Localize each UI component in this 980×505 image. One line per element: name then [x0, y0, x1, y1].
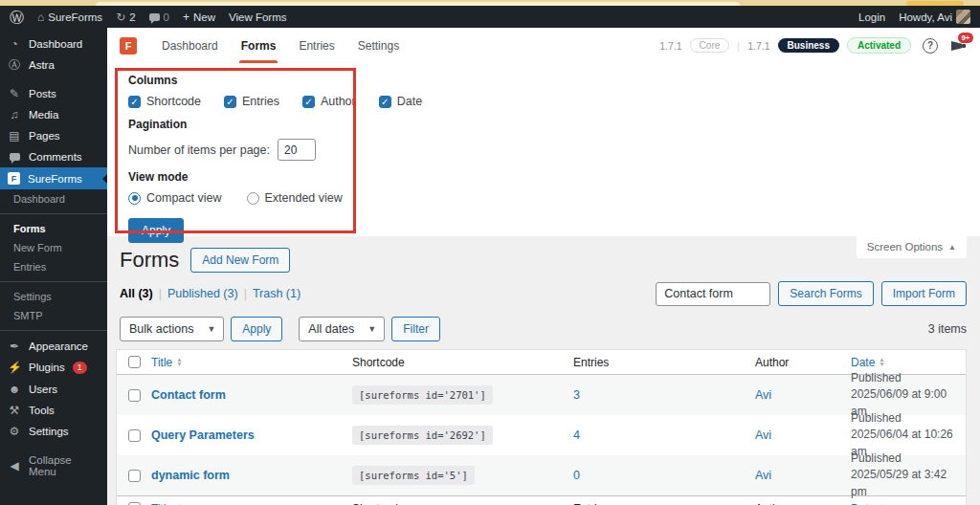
author-link[interactable]: Avi — [755, 469, 771, 482]
plus-icon: + — [183, 11, 189, 23]
filter-button[interactable]: Filter — [391, 317, 440, 341]
browser-chrome-strip — [0, 0, 980, 6]
astra-icon: Ⓐ — [8, 59, 21, 71]
sidebar-item-media[interactable]: ♫Media — [0, 104, 107, 125]
pages-icon: ▤ — [8, 130, 21, 142]
author-link[interactable]: Avi — [755, 428, 771, 442]
filter-published-link[interactable]: Published (3) — [167, 287, 238, 300]
sidebar-subitem-entries[interactable]: Entries — [0, 257, 107, 276]
tab-entries[interactable]: Entries — [287, 28, 345, 63]
sort-by-date[interactable]: Date▲▼ — [851, 502, 885, 505]
sidebar-item-comments[interactable]: Comments — [0, 146, 107, 167]
media-icon: ♫ — [8, 109, 21, 121]
screen-options-tab[interactable]: Screen Options ▲ — [857, 236, 967, 258]
tab-dashboard[interactable]: Dashboard — [150, 28, 230, 63]
my-account-menu[interactable]: Howdy, Avi — [899, 10, 970, 24]
filter-separator: | — [244, 287, 247, 300]
items-count: 3 items — [928, 322, 967, 336]
users-icon: ☻ — [8, 384, 21, 395]
filter-all-link[interactable]: All (3) — [120, 287, 153, 300]
appearance-icon: ✒ — [8, 340, 21, 352]
filter-separator: | — [159, 287, 162, 300]
radio-extended-view[interactable]: Extended view — [247, 191, 343, 205]
entries-count-link[interactable]: 0 — [573, 469, 580, 482]
sidebar-item-sureforms[interactable]: FSureForms — [0, 167, 107, 189]
row-checkbox[interactable] — [128, 429, 141, 442]
filter-trash-link[interactable]: Trash (1) — [253, 287, 301, 300]
column-checkbox-date[interactable]: Date — [379, 95, 422, 108]
sureforms-icon: F — [8, 172, 20, 185]
sidebar-item-tools[interactable]: ⚒Tools — [0, 400, 107, 421]
row-checkbox[interactable] — [128, 470, 141, 482]
form-title-link[interactable]: Contact form — [151, 388, 226, 402]
import-form-button[interactable]: Import Form — [881, 281, 967, 306]
sidebar-subitem-smtp[interactable]: SMTP — [0, 306, 107, 325]
shortcode-value: [sureforms id='2692'] — [352, 426, 493, 445]
site-name-menu[interactable]: ⌂SureForms — [37, 11, 102, 23]
sidebar-item-dashboard[interactable]: ◔Dashboard — [0, 33, 107, 55]
dates-select[interactable]: All dates▼ — [299, 317, 385, 341]
radio-compact-view[interactable]: Compact view — [128, 191, 222, 205]
form-title-link[interactable]: dynamic form — [151, 469, 230, 482]
sort-by-title[interactable]: Title▲▼ — [151, 502, 183, 505]
login-label: Login — [858, 11, 885, 23]
sidebar-item-posts[interactable]: ✎Posts — [0, 83, 107, 104]
column-checkbox-author[interactable]: Author — [302, 95, 356, 108]
announcements-icon[interactable]: 9+ — [951, 39, 967, 52]
sidebar-gap — [0, 76, 107, 83]
bulk-apply-button[interactable]: Apply — [231, 317, 282, 341]
sort-by-title[interactable]: Title▲▼ — [151, 356, 183, 369]
search-forms-input[interactable] — [656, 282, 770, 306]
sureforms-logo-icon[interactable]: F — [120, 37, 137, 55]
column-header-shortcode: Shortcode — [352, 356, 556, 369]
tab-settings[interactable]: Settings — [346, 28, 411, 63]
tab-forms[interactable]: Forms — [230, 28, 288, 63]
checkbox-label-entries: Entries — [242, 95, 279, 108]
updates-menu[interactable]: ↻2 — [116, 11, 135, 23]
sidebar-subitem-settings[interactable]: Settings — [0, 287, 107, 306]
user-avatar — [956, 10, 970, 24]
collapse-icon: ◀ — [8, 460, 21, 472]
column-header-date: Date — [851, 356, 875, 369]
select-all-checkbox[interactable] — [128, 356, 141, 368]
per-page-input[interactable] — [278, 139, 316, 161]
sidebar-item-collapse-menu[interactable]: ◀Collapse Menu — [0, 450, 107, 482]
form-title-link[interactable]: Query Parameters — [151, 428, 255, 442]
sidebar-item-settings[interactable]: ⚙Settings — [0, 421, 107, 442]
login-link[interactable]: Login — [858, 11, 885, 23]
comments-menu[interactable]: 0 — [149, 11, 169, 23]
sidebar-item-plugins[interactable]: ⚡Plugins1 — [0, 357, 107, 379]
sidebar-subitem-dashboard[interactable]: Dashboard — [0, 189, 107, 209]
sort-by-date[interactable]: Date▲▼ — [851, 356, 885, 369]
column-header-entries: Entries — [556, 356, 755, 369]
wp-logo-menu[interactable]: Ⓦ — [10, 10, 24, 24]
sidebar-label-users: Users — [29, 384, 57, 395]
sidebar-item-astra[interactable]: ⒶAstra — [0, 55, 107, 76]
entries-count-link[interactable]: 3 — [573, 388, 580, 402]
forms-page-body: Forms Add New Form All (3) | Published (… — [107, 236, 980, 505]
sidebar-item-users[interactable]: ☻Users — [0, 379, 107, 400]
column-checkbox-entries[interactable]: Entries — [224, 95, 279, 108]
sidebar-subitem-forms[interactable]: Forms — [0, 219, 107, 238]
sidebar-label-tools: Tools — [29, 405, 55, 416]
sidebar-item-appearance[interactable]: ✒Appearance — [0, 336, 107, 357]
new-content-menu[interactable]: +New — [183, 11, 215, 23]
entries-count-link[interactable]: 4 — [573, 428, 580, 442]
author-link[interactable]: Avi — [755, 388, 771, 402]
column-checkbox-shortcode[interactable]: Shortcode — [128, 95, 201, 108]
sidebar-subitem-new-form[interactable]: New Form — [0, 238, 107, 257]
row-checkbox[interactable] — [128, 389, 141, 402]
view-forms-menu[interactable]: View Forms — [229, 11, 287, 23]
help-icon[interactable]: ? — [923, 38, 938, 54]
view-mode-heading: View mode — [128, 170, 965, 184]
sidebar-separator — [0, 213, 107, 214]
add-new-form-button[interactable]: Add New Form — [190, 248, 290, 273]
shortcode-value: [sureforms id='5'] — [352, 466, 475, 485]
table-row: dynamic form [sureforms id='5'] 0 Avi Pu… — [117, 455, 966, 495]
search-forms-button[interactable]: Search Forms — [778, 281, 873, 306]
sidebar-item-pages[interactable]: ▤Pages — [0, 125, 107, 146]
updates-icon: ↻ — [116, 11, 125, 23]
bulk-actions-select[interactable]: Bulk actions▼ — [120, 317, 224, 341]
sidebar-label-posts: Posts — [29, 88, 56, 99]
chevron-down-icon: ▼ — [207, 324, 215, 334]
